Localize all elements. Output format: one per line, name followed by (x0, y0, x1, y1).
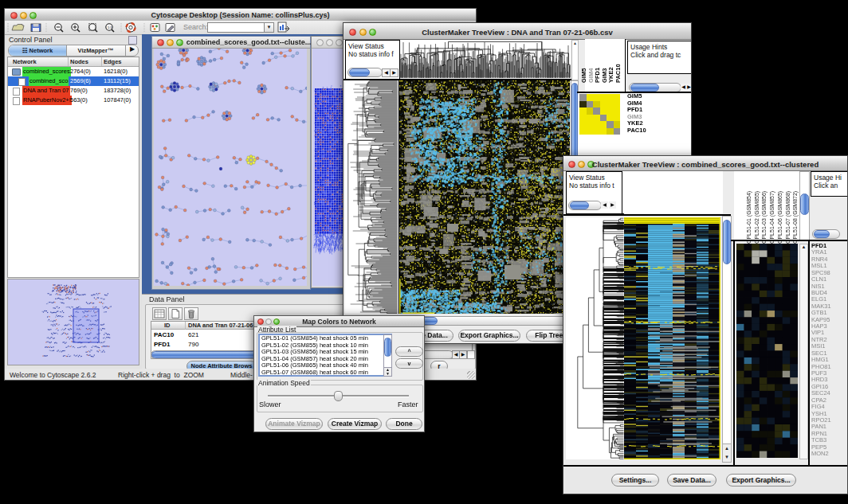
svg-text:1:1: 1:1 (108, 25, 112, 29)
